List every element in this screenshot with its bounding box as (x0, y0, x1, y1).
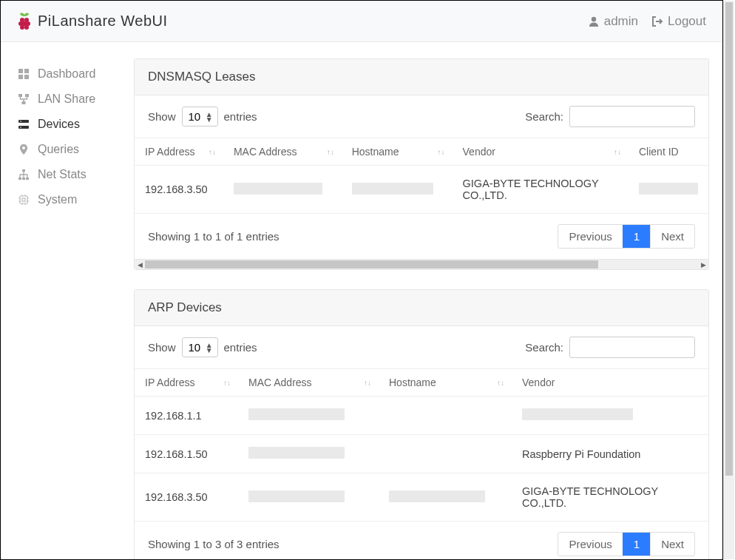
cell-host (342, 166, 453, 214)
svg-point-6 (24, 25, 29, 30)
svg-point-19 (22, 146, 25, 149)
svg-rect-23 (26, 178, 29, 180)
leases-card: DNSMASQ Leases Show 10 ▲▼ entries Sea (134, 58, 709, 270)
sidebar-item-devices[interactable]: Devices (17, 112, 126, 137)
pin-icon (17, 143, 30, 156)
user-link[interactable]: admin (588, 14, 638, 29)
cell-ip: 192.168.3.50 (135, 473, 238, 522)
svg-rect-12 (18, 94, 22, 97)
svg-point-18 (20, 126, 21, 128)
cell-vendor: GIGA-BYTE TECHNOLOGY CO.,LTD. (453, 166, 629, 214)
logout-label: Logout (668, 14, 706, 29)
arp-pager: Previous 1 Next (558, 532, 695, 556)
raspberry-icon (17, 13, 32, 30)
cell-ip: 192.168.3.50 (135, 166, 223, 214)
col-vendor[interactable]: Vendor↑↓ (453, 138, 629, 166)
cell-clientid (629, 166, 708, 214)
cell-ip: 192.168.1.1 (135, 397, 238, 435)
logout-icon (651, 16, 663, 27)
col-mac[interactable]: MAC Address↑↓ (223, 138, 342, 166)
svg-rect-21 (18, 178, 21, 180)
table-row: 192.168.3.50 GIGA-BYTE TECHNOLOGY CO.,LT… (135, 166, 708, 214)
svg-rect-16 (18, 126, 29, 129)
prev-button[interactable]: Previous (558, 533, 622, 556)
svg-rect-8 (18, 69, 23, 73)
sidebar-item-label: System (38, 193, 77, 206)
sitemap-icon (17, 168, 30, 181)
svg-point-7 (591, 16, 595, 21)
col-host[interactable]: Hostname↑↓ (342, 138, 453, 166)
svg-rect-10 (18, 75, 23, 79)
page-1-button[interactable]: 1 (623, 225, 650, 248)
svg-rect-11 (24, 75, 29, 79)
sidebar-item-label: Devices (38, 118, 80, 131)
user-name: admin (604, 14, 638, 29)
search-label: Search: (525, 341, 563, 354)
entries-label: entries (224, 341, 257, 354)
sidebar-item-system[interactable]: System (17, 187, 126, 212)
grid-icon (17, 67, 30, 81)
next-button[interactable]: Next (650, 225, 694, 248)
cell-vendor: GIGA-BYTE TECHNOLOGY CO.,LTD. (512, 473, 708, 522)
cell-vendor: Raspberry Pi Foundation (512, 435, 708, 473)
sidebar: Dashboard LAN Share Devices Queries Net … (1, 42, 126, 560)
window-vscroll[interactable] (723, 1, 734, 559)
logout-link[interactable]: Logout (651, 14, 706, 29)
arp-search-input[interactable] (569, 337, 695, 358)
cell-host (379, 397, 512, 435)
search-label: Search: (525, 110, 563, 123)
cell-host (379, 435, 512, 473)
sidebar-item-netstats[interactable]: Net Stats (17, 162, 126, 187)
svg-rect-13 (25, 94, 29, 97)
cell-mac (238, 473, 379, 522)
leases-table: IP Address↑↓ MAC Address↑↓ Hostname↑↓ Ve… (135, 138, 708, 214)
sidebar-item-label: Queries (38, 143, 79, 156)
col-host[interactable]: Hostname↑↓ (379, 369, 512, 397)
network-icon (17, 92, 30, 106)
leases-info: Showing 1 to 1 of 1 entries (148, 230, 280, 243)
show-label: Show (148, 341, 176, 354)
cell-mac (238, 397, 379, 435)
sidebar-item-label: Net Stats (38, 168, 87, 181)
main-content: DNSMASQ Leases Show 10 ▲▼ entries Sea (126, 42, 722, 560)
prev-button[interactable]: Previous (558, 225, 622, 248)
arp-card: ARP Devices Show 10 ▲▼ entries Search (134, 289, 709, 560)
leases-pagesize-select[interactable]: 10 (182, 107, 218, 126)
cell-mac (223, 166, 342, 214)
arp-title: ARP Devices (135, 290, 708, 326)
svg-rect-9 (24, 69, 29, 73)
sidebar-item-label: LAN Share (38, 92, 95, 106)
server-icon (17, 118, 30, 131)
svg-rect-22 (22, 178, 25, 180)
leases-title: DNSMASQ Leases (135, 59, 708, 95)
sidebar-item-lanshare[interactable]: LAN Share (17, 87, 126, 112)
brand-title: PiLanshare WebUI (38, 13, 168, 30)
arp-pagesize-select[interactable]: 10 (182, 337, 218, 357)
col-vendor[interactable]: Vendor (512, 369, 708, 397)
page-1-button[interactable]: 1 (623, 533, 650, 556)
svg-rect-14 (22, 101, 26, 104)
leases-hscroll[interactable]: ◀ ▶ (135, 259, 708, 269)
leases-search-input[interactable] (569, 106, 695, 127)
sidebar-item-queries[interactable]: Queries (17, 137, 126, 162)
svg-point-5 (20, 25, 24, 30)
sidebar-item-label: Dashboard (38, 67, 95, 81)
user-icon (588, 16, 600, 27)
leases-pager: Previous 1 Next (558, 224, 695, 249)
col-clientid[interactable]: Client ID (629, 138, 708, 166)
chip-icon (17, 193, 30, 206)
arp-info: Showing 1 to 3 of 3 entries (148, 538, 280, 550)
table-row: 192.168.3.50 GIGA-BYTE TECHNOLOGY CO.,LT… (135, 473, 708, 522)
col-mac[interactable]: MAC Address↑↓ (238, 369, 379, 397)
sidebar-item-dashboard[interactable]: Dashboard (17, 61, 126, 87)
table-row: 192.168.1.50 Raspberry Pi Foundation (135, 435, 708, 473)
cell-ip: 192.168.1.50 (135, 435, 238, 473)
show-label: Show (148, 110, 176, 123)
svg-point-17 (20, 121, 21, 122)
next-button[interactable]: Next (650, 533, 694, 556)
col-ip[interactable]: IP Address↑↓ (135, 369, 238, 397)
col-ip[interactable]: IP Address↑↓ (135, 138, 223, 166)
cell-host (379, 473, 512, 522)
svg-rect-25 (22, 198, 25, 201)
arp-table: IP Address↑↓ MAC Address↑↓ Hostname↑↓ Ve… (135, 368, 708, 522)
